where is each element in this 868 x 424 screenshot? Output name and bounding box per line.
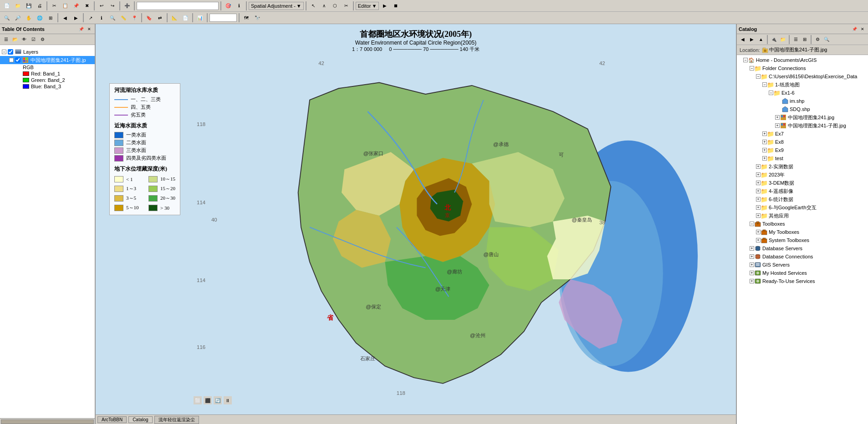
editor-dropdown[interactable]: Editor ▼ [356,2,379,10]
ex9-expand[interactable]: + [762,148,767,152]
catalog-new-folder-btn[interactable]: 📁 [779,35,787,44]
tree-my-hosted-services[interactable]: + My Hosted Services [737,269,868,277]
home-collapse[interactable]: − [743,58,748,62]
catalog-view-btn[interactable]: ☰ [791,35,800,44]
layers-group-row[interactable]: − Layers [0,48,95,56]
tree-atlas-jpg[interactable]: + 中国地理图集241.jpg [737,113,868,121]
coordinates-input[interactable]: 1 : 916, 311, 662 [137,2,219,10]
db-connections-expand[interactable]: + [750,254,754,259]
rs-expand[interactable]: + [756,189,761,193]
folder-conn-collapse[interactable]: − [750,66,754,71]
catalog-fwd-btn[interactable]: ▶ [748,35,756,44]
tree-paper-maps[interactable]: − 📁 1-纸质地图 [737,81,868,89]
catalog-up-btn[interactable]: ▲ [757,35,765,44]
measure-btn[interactable]: 📏 [118,13,128,23]
layer1-collapse-btn[interactable]: − [9,58,14,62]
toc-source-btn[interactable]: 📂 [11,35,19,44]
identify-btn[interactable]: ℹ [234,1,244,11]
catalog-connect-btn[interactable]: 🔌 [770,35,778,44]
tree-ex9[interactable]: + 📁 Ex9 [737,146,868,154]
gis-servers-expand[interactable]: + [750,262,754,267]
tree-gis-servers[interactable]: + GIS Servers [737,261,868,269]
bookmark-btn[interactable]: 🔖 [144,13,154,23]
save-btn[interactable]: 💾 [24,1,34,11]
full-extent-btn[interactable]: ⊞ [46,13,56,23]
go-to-xy-btn[interactable]: 📍 [129,13,139,23]
ready-expand[interactable]: + [750,279,754,283]
tree-ready-to-use[interactable]: + Ready-To-Use Services [737,277,868,285]
print-btn[interactable]: 🖨 [35,1,45,11]
status-tab-2[interactable]: Catalog [128,416,152,423]
db-servers-expand[interactable]: + [750,246,754,251]
table-btn[interactable]: 📊 [195,13,205,23]
toc-close-btn[interactable]: ✕ [86,25,93,33]
atlas-jpg-expand[interactable]: + [775,115,780,120]
catalog-back-btn[interactable]: ◀ [739,35,747,44]
tree-test[interactable]: + 📁 test [737,154,868,162]
map-btn2[interactable]: ⬛ [204,396,212,404]
ex1-6-collapse[interactable]: − [769,91,773,95]
tree-ex8[interactable]: + 📁 Ex8 [737,138,868,146]
start-edit-btn[interactable]: ▶ [380,1,390,11]
other-expand[interactable]: + [756,213,761,218]
back-btn[interactable]: ◀ [60,13,70,23]
toc-options-btn[interactable]: ⚙ [38,35,46,44]
dem-expand[interactable]: + [756,181,761,185]
stop-edit-btn[interactable]: ⏹ [391,1,401,11]
tree-im-shp[interactable]: im.shp [737,97,868,105]
tree-toolboxes[interactable]: − Toolboxes [737,220,868,228]
add-data-btn[interactable]: ➕ [122,1,132,11]
tree-stats[interactable]: + 📁 6-统计数据 [737,195,868,203]
tree-remote-sensing[interactable]: + 📁 4-遥感影像 [737,187,868,195]
exercise-data-collapse[interactable]: − [756,74,761,79]
layers-collapse-btn[interactable]: − [2,50,6,54]
globe-btn[interactable]: 🌐 [35,13,45,23]
catalog-pin-btn[interactable]: 📌 [851,25,858,33]
toolboxes-collapse[interactable]: − [750,222,754,226]
cut-btn[interactable]: ✂ [49,1,59,11]
paste-btn[interactable]: 📌 [71,1,81,11]
reshape-btn[interactable]: ⬡ [330,1,340,11]
tree-system-toolboxes[interactable]: + System Toolboxes [737,236,868,244]
magnifier-btn[interactable]: 🔭 [252,13,262,23]
spatial-adjustment-dropdown[interactable]: Spatial Adjustment - ▼ [249,2,304,10]
layout-btn[interactable]: 📐 [169,13,179,23]
hosted-expand[interactable]: + [750,271,754,275]
ex7-expand[interactable]: + [762,131,767,136]
catalog-options-btn[interactable]: ⚙ [813,35,822,44]
delete-btn[interactable]: ✖ [82,1,92,11]
tree-other-apps[interactable]: + 📁 其他应用 [737,212,868,220]
toc-pin-btn[interactable]: 📌 [77,25,85,33]
paper-maps-collapse[interactable]: − [762,82,767,87]
catalog-close-btn[interactable]: ✕ [859,25,866,33]
test-expand[interactable]: + [762,156,767,161]
zoom-out-btn[interactable]: 🔎 [13,13,23,23]
tree-db-servers[interactable]: + Database Servers [737,244,868,252]
tree-2023[interactable]: + 📁 2023年 [737,171,868,179]
ge-expand[interactable]: + [756,205,761,210]
zoom-in-btn[interactable]: 🔍 [2,13,12,23]
toc-scrollbar[interactable] [0,418,95,424]
cut-polygon-btn[interactable]: ✂ [341,1,351,11]
catalog-search-btn[interactable]: 🔍 [822,35,831,44]
layers-visibility-check[interactable] [8,49,13,55]
layer1-visibility-check[interactable] [15,57,20,63]
zoom-to-btn[interactable]: 🎯 [223,1,233,11]
tree-atlas-sub-jpg[interactable]: + 中国地理图集241-子图.jpg [737,121,868,130]
zoom-to-layer-btn[interactable]: 🗺 [241,13,251,23]
undo-btn[interactable]: ↩ [97,1,107,11]
my-toolboxes-expand[interactable]: + [756,230,761,234]
tree-google-earth[interactable]: + 📁 6-与GoogleEarth交互 [737,203,868,212]
tree-measured-data[interactable]: + 📁 2-实测数据 [737,162,868,171]
toc-list-btn[interactable]: ☰ [2,35,10,44]
toc-visibility-btn[interactable]: 👁 [20,35,28,44]
tree-db-connections[interactable]: + Database Connections [737,252,868,261]
map-btn1[interactable]: ⬜ [194,396,202,404]
tree-ex7[interactable]: + 📁 Ex7 [737,130,868,138]
layout2-btn[interactable]: 📄 [180,13,190,23]
tree-dem[interactable]: + 📁 3-DEM数据 [737,179,868,187]
system-toolboxes-expand[interactable]: + [756,238,761,242]
tree-exercise-data[interactable]: − 📁 C:\Users\86156\Desktop\Exercise_Data [737,72,868,81]
forward-btn[interactable]: ▶ [71,13,81,23]
2023-expand[interactable]: + [756,172,761,177]
